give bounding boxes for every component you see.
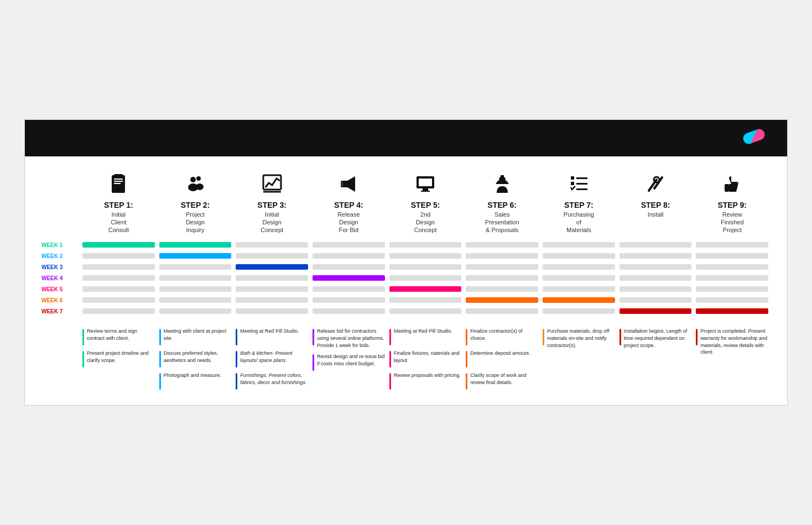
gantt-cell-5-2 bbox=[157, 284, 234, 295]
gantt-cell-6-3 bbox=[233, 295, 310, 306]
gantt-cell-7-3 bbox=[233, 306, 310, 317]
desc-bar-1-2 bbox=[82, 351, 84, 368]
step-4-name: Release Design For Bid bbox=[337, 211, 360, 234]
desc-text-3-3: Furnishings: Present colors, fabrics, de… bbox=[240, 372, 308, 386]
desc-row-label bbox=[41, 328, 80, 394]
step-8-number: STEP 8: bbox=[641, 201, 670, 209]
desc-text-1-1: Review terms and sign contract with clie… bbox=[87, 328, 155, 342]
page: STEP 1:Initial Client ConsultSTEP 2:Proj… bbox=[24, 119, 788, 406]
desc-text-5-1: Meeting at Red Pill Studio. bbox=[394, 328, 452, 335]
steps-row: STEP 1:Initial Client ConsultSTEP 2:Proj… bbox=[41, 173, 771, 234]
week-label-2: WEEK 2 bbox=[41, 250, 80, 261]
desc-text-2-1: Meeting with client at project site. bbox=[164, 328, 232, 342]
step-7-icon bbox=[568, 173, 590, 198]
desc-bar-3-2 bbox=[236, 351, 237, 368]
gantt-cell-7-4 bbox=[310, 306, 387, 317]
gantt-cell-3-9 bbox=[694, 261, 771, 272]
header bbox=[25, 120, 787, 156]
desc-text-1-2: Present project timeline and clarify sco… bbox=[87, 350, 155, 364]
gantt-bar-3-7 bbox=[543, 264, 615, 270]
svg-rect-12 bbox=[341, 181, 343, 187]
gantt-bar-3-4 bbox=[313, 264, 385, 270]
desc-text-5-3: Review proposals with pricing. bbox=[394, 372, 461, 379]
gantt-bar-7-7 bbox=[543, 308, 615, 314]
gantt-cell-3-1 bbox=[80, 261, 157, 272]
step-8-name: Install bbox=[648, 211, 664, 218]
gantt-bar-6-6 bbox=[466, 297, 538, 303]
step-2-number: STEP 2: bbox=[181, 201, 210, 209]
step-4-number: STEP 4: bbox=[334, 201, 363, 209]
gantt-bar-4-4 bbox=[313, 275, 385, 281]
gantt-cell-4-8 bbox=[617, 272, 694, 284]
step-col-8: STEP 8:Install bbox=[617, 173, 694, 234]
gantt-bar-6-9 bbox=[696, 297, 768, 303]
desc-item-6-3: Clarify scope of work and review final d… bbox=[466, 372, 538, 390]
gantt-cell-5-8 bbox=[617, 284, 694, 295]
gantt-row-3 bbox=[80, 261, 771, 272]
desc-item-1-2: Present project timeline and clarify sco… bbox=[82, 350, 155, 368]
desc-bar-5-2 bbox=[389, 351, 391, 368]
desc-item-3-2: Bath & kitchen: Present layouts/ space p… bbox=[236, 350, 308, 368]
step-1-name: Initial Client Consult bbox=[108, 211, 129, 234]
desc-col-4: Release bid for contractors using severa… bbox=[310, 328, 387, 394]
gantt-bar-1-9 bbox=[696, 242, 768, 248]
gantt-bar-2-3 bbox=[236, 253, 308, 259]
gantt-bar-6-8 bbox=[620, 297, 692, 303]
desc-item-1-1: Review terms and sign contract with clie… bbox=[82, 328, 155, 345]
desc-item-8-1: Installation begins. Length of time requ… bbox=[620, 328, 692, 349]
gantt-cell-1-2 bbox=[157, 239, 234, 250]
svg-rect-15 bbox=[423, 188, 428, 191]
desc-bar-6-2 bbox=[466, 351, 467, 368]
svg-rect-16 bbox=[421, 191, 430, 192]
desc-item-6-1: Finalize contractor(s) of choice. bbox=[466, 328, 538, 345]
step-2-icon bbox=[184, 173, 206, 198]
gantt-cell-6-5 bbox=[387, 295, 464, 306]
gantt-bar-1-5 bbox=[389, 242, 462, 248]
svg-rect-20 bbox=[576, 183, 587, 185]
desc-item-4-1: Release bid for contractors using severa… bbox=[313, 328, 385, 349]
gantt-cell-5-9 bbox=[694, 284, 771, 295]
desc-text-6-2: Determine deposit amount. bbox=[470, 350, 530, 357]
gantt-row-1 bbox=[80, 239, 771, 250]
svg-rect-4 bbox=[114, 183, 121, 184]
desc-text-9-1: Project is completed. Present warranty f… bbox=[700, 328, 768, 355]
gantt-bar-5-2 bbox=[159, 286, 232, 292]
desc-text-8-1: Installation begins. Length of time requ… bbox=[624, 328, 692, 349]
desc-bar-6-1 bbox=[466, 329, 467, 345]
desc-bar-3-1 bbox=[236, 329, 237, 345]
desc-item-5-3: Review proposals with pricing. bbox=[389, 372, 462, 390]
gantt-bar-4-3 bbox=[236, 275, 308, 281]
desc-bar-5-3 bbox=[389, 373, 391, 390]
step-3-number: STEP 3: bbox=[257, 201, 287, 209]
gantt-bar-3-5 bbox=[389, 264, 462, 270]
gantt-cell-2-1 bbox=[80, 250, 157, 261]
desc-bar-2-2 bbox=[159, 351, 161, 368]
week-labels: WEEK 1WEEK 2WEEK 3WEEK 4WEEK 5WEEK 6WEEK… bbox=[41, 239, 80, 317]
gantt-cell-5-7 bbox=[540, 284, 617, 295]
gantt-cell-7-1 bbox=[80, 306, 157, 317]
gantt-cell-4-3 bbox=[233, 272, 310, 284]
desc-item-2-1: Meeting with client at project site. bbox=[159, 328, 232, 345]
gantt-bar-3-8 bbox=[620, 264, 692, 270]
desc-text-6-1: Finalize contractor(s) of choice. bbox=[470, 328, 538, 342]
step-col-5: STEP 5:2nd Design Concept bbox=[387, 173, 464, 234]
gantt-cell-3-3 bbox=[233, 261, 310, 272]
gantt-cell-1-9 bbox=[694, 239, 771, 250]
gantt-bar-2-4 bbox=[313, 253, 385, 259]
gantt-bar-2-9 bbox=[696, 253, 768, 259]
gantt-bar-5-7 bbox=[543, 286, 615, 292]
gantt-cell-2-6 bbox=[464, 250, 540, 261]
step-9-number: STEP 9: bbox=[717, 201, 747, 209]
svg-rect-2 bbox=[114, 179, 123, 180]
desc-bar-4-2 bbox=[313, 354, 314, 371]
desc-bar-4-1 bbox=[313, 329, 314, 345]
gantt-cell-7-6 bbox=[464, 306, 540, 317]
gantt-bar-5-8 bbox=[620, 286, 692, 292]
desc-col-2: Meeting with client at project site.Disc… bbox=[157, 328, 234, 394]
desc-text-2-2: Discuss preferred styles, aesthetics and… bbox=[164, 350, 232, 364]
step-col-9: STEP 9:Review Finished Project bbox=[694, 173, 771, 234]
gantt-cell-6-1 bbox=[80, 295, 157, 306]
desc-item-5-1: Meeting at Red Pill Studio. bbox=[389, 328, 462, 345]
svg-rect-23 bbox=[571, 182, 574, 185]
desc-item-2-3: Photograph and measure. bbox=[159, 372, 232, 390]
